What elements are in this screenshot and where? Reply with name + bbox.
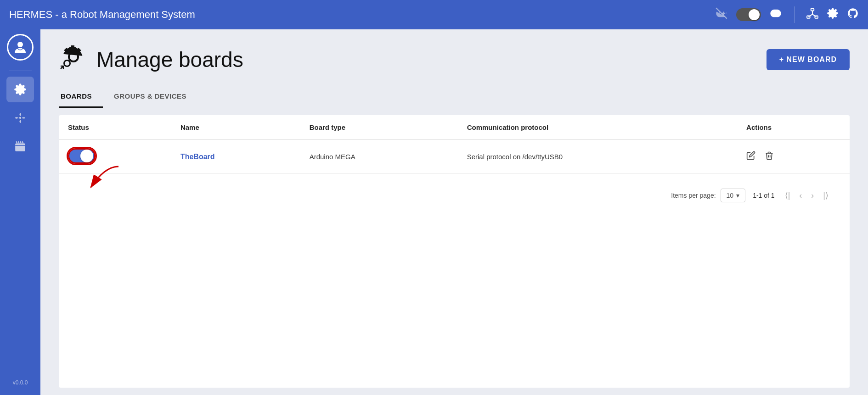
- manage-boards-icon: [59, 42, 88, 77]
- toggle-knob: [80, 150, 93, 162]
- content-area: Manage boards + NEW BOARD BOARDS GROUPS …: [40, 29, 868, 395]
- svg-marker-17: [19, 122, 21, 123]
- boards-table: Status Name Board type Communication pro…: [59, 115, 850, 217]
- github-icon[interactable]: [847, 7, 859, 22]
- first-page-button[interactable]: ⟨|: [782, 189, 793, 202]
- page-title-group: Manage boards: [59, 42, 243, 77]
- tabs-bar: BOARDS GROUPS & DEVICES: [40, 86, 868, 108]
- table-row: TheBoard Arduino MEGA Serial protocol on…: [59, 140, 850, 174]
- gamepad-on-icon[interactable]: [769, 7, 782, 22]
- svg-rect-20: [15, 144, 25, 151]
- next-page-button[interactable]: ›: [808, 189, 817, 202]
- sidebar: v0.0.0: [0, 29, 40, 395]
- main-layout: v0.0.0 Manage boards: [0, 29, 868, 395]
- action-icons: [746, 151, 840, 162]
- svg-rect-1: [811, 8, 814, 11]
- items-per-page-group: Items per page: 10 ▾: [671, 189, 745, 202]
- user-avatar[interactable]: [7, 34, 34, 61]
- mode-toggle[interactable]: [736, 8, 761, 21]
- status-cell: [59, 140, 171, 174]
- svg-marker-16: [19, 113, 21, 114]
- pagination-row: Items per page: 10 ▾ 1-1 of 1 ⟨| ‹: [59, 174, 850, 217]
- board-name-link[interactable]: TheBoard: [180, 153, 215, 161]
- boards-table-container: Status Name Board type Communication pro…: [59, 115, 850, 388]
- joystick-icon: [14, 112, 26, 124]
- settings-sidebar-icon: [14, 83, 27, 96]
- avatar-icon: [12, 39, 28, 56]
- top-header: HERMES - a Robot Management System: [0, 0, 868, 29]
- version-label: v0.0.0: [13, 379, 28, 390]
- svg-point-26: [65, 61, 69, 66]
- svg-point-7: [17, 42, 23, 47]
- col-status: Status: [59, 115, 171, 140]
- network-icon[interactable]: [806, 7, 818, 22]
- page-header: Manage boards + NEW BOARD: [40, 29, 868, 77]
- sidebar-item-joystick[interactable]: [6, 105, 34, 131]
- sidebar-item-settings[interactable]: [6, 77, 34, 102]
- col-board-type: Board type: [300, 115, 458, 140]
- toggle-knob: [749, 9, 760, 20]
- col-name: Name: [171, 115, 300, 140]
- svg-point-11: [19, 117, 21, 119]
- svg-point-8: [17, 47, 19, 49]
- table-header-row: Status Name Board type Communication pro…: [59, 115, 850, 140]
- settings-header-icon[interactable]: [827, 7, 839, 22]
- svg-marker-18: [15, 117, 17, 119]
- svg-point-9: [22, 47, 24, 49]
- header-divider: [794, 6, 795, 23]
- svg-marker-19: [24, 117, 25, 119]
- items-per-page-label: Items per page:: [671, 192, 716, 199]
- app-title: HERMES - a Robot Management System: [9, 9, 715, 21]
- tab-groups-devices[interactable]: GROUPS & DEVICES: [112, 86, 197, 108]
- actions-cell: [737, 140, 850, 174]
- header-icons: [715, 6, 859, 23]
- tab-boards[interactable]: BOARDS: [59, 86, 103, 108]
- clapper-icon: [14, 140, 26, 152]
- pagination-cell: Items per page: 10 ▾ 1-1 of 1 ⟨| ‹: [59, 174, 850, 217]
- svg-line-21: [16, 141, 17, 143]
- per-page-select[interactable]: 10 ▾: [721, 189, 746, 202]
- new-board-button[interactable]: + NEW BOARD: [767, 49, 850, 70]
- chevron-down-icon: ▾: [736, 192, 739, 199]
- delete-button[interactable]: [765, 151, 774, 162]
- prev-page-button[interactable]: ‹: [796, 189, 805, 202]
- svg-line-22: [18, 141, 19, 143]
- col-comm-protocol: Communication protocol: [458, 115, 737, 140]
- name-cell: TheBoard: [171, 140, 300, 174]
- svg-line-24: [22, 141, 23, 143]
- page-count: 1-1 of 1: [753, 192, 774, 199]
- last-page-button[interactable]: |⟩: [820, 189, 831, 202]
- page-nav-buttons: ⟨| ‹ › |⟩: [782, 189, 831, 202]
- col-actions: Actions: [737, 115, 850, 140]
- gamepad-off-icon[interactable]: [715, 7, 728, 22]
- sidebar-item-recordings[interactable]: [6, 134, 34, 159]
- sidebar-divider: [9, 71, 32, 71]
- board-status-toggle[interactable]: [68, 148, 96, 164]
- pagination-controls: Items per page: 10 ▾ 1-1 of 1 ⟨| ‹: [68, 182, 840, 209]
- per-page-value: 10: [727, 192, 734, 199]
- edit-button[interactable]: [746, 151, 755, 162]
- comm-protocol-cell: Serial protocol on /dev/ttyUSB0: [458, 140, 737, 174]
- svg-line-23: [20, 141, 21, 143]
- page-title: Manage boards: [96, 47, 243, 72]
- board-type-cell: Arduino MEGA: [300, 140, 458, 174]
